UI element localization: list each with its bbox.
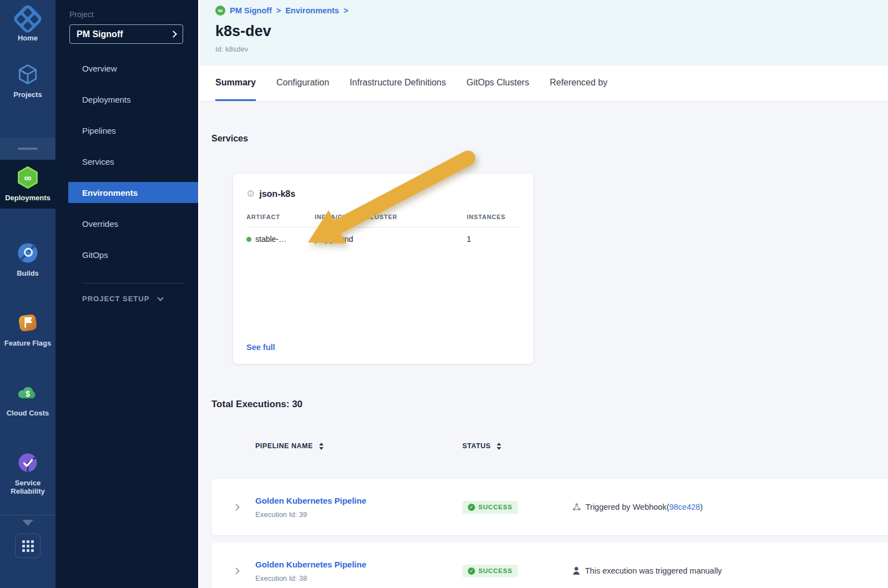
page-title: k8s-dev xyxy=(215,23,888,40)
rail-top-section: Home Projects xyxy=(0,0,56,138)
project-selector[interactable]: PM Signoff xyxy=(69,24,183,44)
module-rail: Home Projects ∞ Deployments Builds xyxy=(0,0,56,588)
rail-item-label: Projects xyxy=(13,90,42,99)
scroll-down-chevron-icon[interactable] xyxy=(22,520,33,526)
rail-item-label: Service Reliability xyxy=(3,479,52,495)
rail-item-feature-flags[interactable]: Feature Flags xyxy=(0,311,56,347)
feature-flags-icon xyxy=(16,311,40,335)
rail-item-label: Feature Flags xyxy=(4,339,52,347)
pipeline-cell: Golden Kubernetes Pipeline Execution Id:… xyxy=(255,560,462,582)
summary-content: Services ⚙ json-k8s ARTIFACT INFRA/GITOP… xyxy=(200,102,888,588)
rail-item-label: Home xyxy=(18,34,38,42)
project-name: PM Signoff xyxy=(77,29,171,39)
column-instances: INSTANCES xyxy=(467,214,521,220)
sidebar-item-pipelines[interactable]: Pipelines xyxy=(56,115,198,146)
projects-cube-icon xyxy=(16,62,40,87)
rail-bottom-section xyxy=(0,515,56,588)
svg-text:∞: ∞ xyxy=(24,172,31,184)
rail-item-service-reliability[interactable]: Service Reliability xyxy=(0,450,56,495)
sidebar-item-overrides[interactable]: Overrides xyxy=(56,208,198,239)
gear-icon: ⚙ xyxy=(246,188,255,200)
execution-row[interactable]: Golden Kubernetes Pipeline Execution Id:… xyxy=(211,479,888,535)
project-setup-toggle[interactable]: PROJECT SETUP xyxy=(56,295,198,303)
column-artifact: ARTIFACT xyxy=(246,214,315,220)
sidebar-item-environments[interactable]: Environments xyxy=(68,182,198,203)
rail-item-builds[interactable]: Builds xyxy=(0,241,56,277)
service-card[interactable]: ⚙ json-k8s ARTIFACT INFRA/GITOPS CLUSTER… xyxy=(233,174,533,364)
pipeline-cell: Golden Kubernetes Pipeline Execution Id:… xyxy=(255,496,462,519)
breadcrumb-separator: > xyxy=(344,6,348,15)
trigger-info: This execution was triggered manually xyxy=(572,566,888,575)
tab-configuration[interactable]: Configuration xyxy=(276,65,329,101)
service-reliability-icon xyxy=(16,450,40,475)
column-status[interactable]: STATUS xyxy=(462,442,572,450)
execution-id: Execution Id: 39 xyxy=(255,510,462,519)
breadcrumb-environments-link[interactable]: Environments xyxy=(285,6,339,15)
sidebar-divider xyxy=(82,283,185,283)
rail-item-deployments[interactable]: ∞ Deployments xyxy=(0,160,56,209)
instances-value: 1 xyxy=(467,235,521,244)
sidebar-item-gitops[interactable]: GitOps xyxy=(56,239,198,270)
deployments-cd-icon: ∞ xyxy=(16,165,40,190)
service-row: stable-… playground 1 xyxy=(246,235,521,244)
total-executions-heading: Total Executions: 30 xyxy=(211,399,302,410)
tab-bar: Summary Configuration Infrastructure Def… xyxy=(200,65,888,102)
status-badge: ✓ SUCCESS xyxy=(462,501,518,514)
breadcrumb-separator: > xyxy=(276,6,281,15)
sidebar-item-deployments[interactable]: Deployments xyxy=(56,84,198,115)
sidebar-item-services[interactable]: Services xyxy=(56,146,198,177)
rail-item-label: Builds xyxy=(17,269,39,277)
entity-id: Id: k8sdev xyxy=(215,45,888,53)
rail-item-cloud-costs[interactable]: $ Cloud Costs xyxy=(0,381,56,417)
trigger-text-suffix: ) xyxy=(700,503,703,511)
tab-summary[interactable]: Summary xyxy=(215,65,256,101)
service-card-columns: ARTIFACT INFRA/GITOPS CLUSTER INSTANCES xyxy=(246,214,521,220)
tab-gitops-clusters[interactable]: GitOps Clusters xyxy=(467,65,529,101)
trigger-text: Triggered by Webhook( xyxy=(586,503,669,511)
project-nav: Overview Deployments Pipelines Services … xyxy=(56,53,198,303)
pipeline-name-link[interactable]: Golden Kubernetes Pipeline xyxy=(255,496,366,505)
expand-chevron-icon[interactable] xyxy=(233,504,240,511)
sort-icon xyxy=(496,443,502,450)
success-check-icon: ✓ xyxy=(468,504,475,511)
main-area: ∞ PM Signoff > Environments > k8s-dev Id… xyxy=(198,0,888,588)
execution-row[interactable]: Golden Kubernetes Pipeline Execution Id:… xyxy=(211,543,888,588)
rail-item-label: Cloud Costs xyxy=(7,409,49,417)
column-pipeline-name[interactable]: PIPELINE NAME xyxy=(255,442,462,450)
module-grid-button[interactable] xyxy=(15,534,41,558)
rail-item-projects[interactable]: Projects xyxy=(0,62,56,99)
rail-item-label: Deployments xyxy=(5,194,51,202)
pipeline-name-link[interactable]: Golden Kubernetes Pipeline xyxy=(255,560,366,569)
project-sidebar: Project PM Signoff Overview Deployments … xyxy=(56,0,198,588)
status-badge: ✓ SUCCESS xyxy=(462,565,518,577)
breadcrumb-project-link[interactable]: PM Signoff xyxy=(230,6,272,15)
tab-referenced-by[interactable]: Referenced by xyxy=(549,65,607,101)
svg-text:$: $ xyxy=(26,389,30,398)
user-icon xyxy=(572,566,581,575)
service-name: json-k8s xyxy=(259,189,295,199)
card-divider xyxy=(246,227,521,227)
tab-infrastructure-definitions[interactable]: Infrastructure Definitions xyxy=(350,65,446,101)
sort-icon xyxy=(319,443,324,450)
page-header: ∞ PM Signoff > Environments > k8s-dev Id… xyxy=(200,0,888,65)
project-setup-label: PROJECT SETUP xyxy=(82,295,149,303)
column-cluster: INFRA/GITOPS CLUSTER xyxy=(315,214,467,220)
rail-item-home[interactable]: Home xyxy=(0,8,56,42)
breadcrumb: ∞ PM Signoff > Environments > xyxy=(215,6,888,16)
artifact-cell: stable-… xyxy=(246,235,315,244)
rail-collapse-handle[interactable] xyxy=(0,138,56,160)
cloud-costs-icon: $ xyxy=(16,381,40,405)
cd-module-icon: ∞ xyxy=(215,6,225,16)
project-label: Project xyxy=(69,10,94,19)
artifact-value: stable-… xyxy=(255,235,286,244)
sidebar-item-overview[interactable]: Overview xyxy=(56,53,198,84)
cluster-value: playground xyxy=(315,235,467,244)
services-heading: Services xyxy=(211,134,248,144)
see-full-link[interactable]: See full xyxy=(246,343,521,352)
service-card-title: ⚙ json-k8s xyxy=(246,188,521,200)
expand-chevron-icon[interactable] xyxy=(233,567,240,575)
chevron-right-icon xyxy=(170,31,177,38)
trigger-commit-link[interactable]: 98ce428 xyxy=(669,503,700,511)
builds-ci-icon xyxy=(16,241,40,265)
trigger-text: This execution was triggered manually xyxy=(585,566,722,575)
